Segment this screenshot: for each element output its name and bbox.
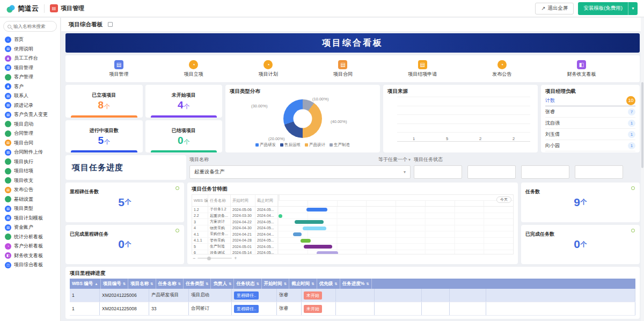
sidebar-item[interactable]: ▤ 使用说明 [0, 45, 60, 54]
sidebar-item[interactable]: ▤ 合同附件上传 [0, 148, 60, 157]
sidebar-item[interactable]: 项目收支 [0, 176, 60, 186]
table-column-header[interactable]: 截止时间⇅ [289, 279, 317, 289]
quick-link[interactable]: ◔ 项目立项 [184, 60, 203, 78]
table-column-header[interactable]: 任务进度%⇅ [340, 279, 372, 289]
sidebar-item[interactable]: ▤ 项目类型 [0, 204, 60, 214]
fullscreen-icon[interactable] [108, 22, 113, 27]
gantt-col-header[interactable]: 截止时间 [255, 195, 278, 206]
status-filter-button[interactable] [414, 165, 462, 179]
install-template-split-button[interactable]: 安装模板(免费用) ▾ [578, 2, 638, 15]
gantt-row[interactable]: 4 物资采购 2024-04-30 2024-05... [192, 225, 513, 232]
zoom-in-icon[interactable]: + [234, 256, 237, 261]
quick-link[interactable]: ▤ 项目结项申请 [408, 60, 437, 78]
search-input[interactable] [13, 24, 53, 29]
install-template-button[interactable]: 安装模板(免费用) [578, 2, 628, 15]
table-column-header[interactable]: 任务名称⇅ [156, 279, 184, 289]
gantt-bar[interactable] [306, 208, 327, 211]
gantt-row[interactable]: 3 方案设计 2024-04-22 2024-05... [192, 219, 513, 225]
sidebar-search[interactable] [3, 21, 57, 32]
sort-icon[interactable]: ⇅ [178, 282, 181, 286]
gantt-row[interactable]: 6 设备调试 2024-05-14 2024-05... [192, 250, 513, 254]
tab-dashboard[interactable]: 项目综合看板 [69, 21, 103, 28]
status-filter-button[interactable] [467, 165, 516, 179]
gantt-row[interactable]: 2.2 起重设备... 2024-03-30 2024-04... [192, 213, 513, 220]
sidebar-item[interactable]: ◧ 财务收支看板 [0, 251, 60, 261]
slider-knob[interactable] [207, 257, 211, 260]
sort-icon[interactable]: ▲ [94, 282, 98, 286]
sidebar-item[interactable]: 项目结项 [0, 166, 60, 176]
sort-icon[interactable]: ⇅ [334, 282, 337, 286]
sidebar-item[interactable]: ▤ 客户负责人变更 [0, 110, 60, 120]
gantt-col-header[interactable]: 开始时间 [231, 195, 255, 206]
jiandaoyun-logo[interactable]: 简道云 [6, 4, 39, 13]
sidebar-item[interactable]: ♟ 员工工作台 [0, 54, 60, 63]
table-row[interactable]: 1 XM20241225008 33 合同签订 里程碑任.. 张睿 未开始 [70, 302, 635, 316]
sidebar-item[interactable]: ⌂ 首页 [0, 35, 60, 45]
sidebar-item[interactable]: 统计分析看板 [0, 232, 60, 242]
sidebar-item[interactable]: 基础设置 [0, 195, 60, 205]
gantt-bar[interactable] [317, 251, 338, 254]
manager-row[interactable]: 张睿 7 [545, 106, 635, 118]
sidebar-item[interactable]: 项目启动 [0, 120, 60, 129]
quick-link[interactable]: ◧ 财务收支看板 [567, 60, 596, 78]
operator-dropdown[interactable]: 等于任意一个▾ [378, 156, 411, 163]
gantt-row[interactable]: 4.1 采购任务... 2024-04-21 2024-04... [192, 231, 513, 238]
install-template-caret[interactable]: ▾ [628, 2, 638, 15]
sort-icon[interactable]: ⇅ [256, 282, 259, 286]
gantt-col-header[interactable]: WBS 编号 [192, 195, 208, 206]
zoom-out-icon[interactable]: − [193, 256, 195, 261]
status-filter-button[interactable] [575, 165, 623, 179]
sidebar-item[interactable]: ▤ 项目计划模板 [0, 214, 60, 223]
scrollbar-thumb[interactable] [641, 82, 643, 168]
sort-icon[interactable]: ⇅ [150, 282, 153, 286]
manager-row[interactable]: 刘玉倩 1 [545, 129, 635, 140]
gantt-bar[interactable] [295, 220, 324, 224]
gantt-bar[interactable] [303, 227, 326, 230]
table-column-header[interactable]: 开始时间⇅ [262, 279, 289, 289]
gantt-zoom-slider[interactable] [197, 258, 232, 259]
gantt-bar[interactable] [293, 232, 301, 236]
today-button[interactable]: 今天 [496, 196, 511, 203]
sidebar-item[interactable]: ▤ 项目管理 [0, 63, 60, 73]
sort-icon[interactable]: ⇅ [206, 282, 208, 286]
table-row[interactable]: 1 XM20241225006 产品研发项目 项目启动 里程碑任.. 张睿 未开… [70, 289, 635, 302]
gantt-bar[interactable] [304, 245, 332, 249]
quick-link[interactable]: ◔ 发布公告 [492, 60, 511, 78]
sidebar-item[interactable]: ▤ 跟进记录 [0, 101, 60, 111]
table-column-header[interactable]: 任务类型⇅ [184, 279, 211, 289]
sort-icon[interactable]: ⇅ [284, 282, 287, 286]
sort-icon[interactable]: ⇅ [311, 282, 314, 286]
sort-icon[interactable]: ⇅ [229, 282, 231, 286]
table-column-header[interactable]: 优先级⇅ [317, 279, 340, 289]
table-column-header[interactable]: WBS 编号▲ [70, 279, 101, 289]
sidebar-item[interactable]: ◫ 项目综合看板 [0, 260, 60, 270]
gantt-row[interactable]: 1.2 子任务1.2 2024-05-06 2024-05... [192, 207, 513, 213]
table-column-header[interactable]: 任务状态⇅ [234, 279, 261, 289]
sidebar-item[interactable]: ♟ 客户 [0, 82, 60, 92]
sidebar-item[interactable]: 客户管理 [0, 72, 60, 82]
gantt-row[interactable]: 5 生产制造 2024-05-01 2024-05... [192, 244, 513, 250]
table-column-header[interactable]: 项目名称⇅ [128, 279, 156, 289]
sidebar-item[interactable]: ▤ 发布公告 [0, 185, 60, 195]
project-name-select[interactable]: 起重设备生产 ▾ [189, 165, 411, 179]
quick-link[interactable]: ◔ 项目计划 [259, 60, 278, 78]
sidebar-item[interactable]: 项目执行 [0, 157, 60, 167]
sort-icon[interactable]: ⇅ [123, 282, 126, 286]
sidebar-item[interactable]: ▤ 项目合同 [0, 138, 60, 148]
gantt-col-header[interactable]: 任务名称 [208, 195, 231, 206]
exit-fullscreen-button[interactable]: ↗ 退出全屏 [535, 3, 574, 14]
sort-icon[interactable]: ⇅ [366, 282, 369, 286]
manager-row[interactable]: 沈自强 1 [545, 118, 635, 129]
gantt-row[interactable]: 4.1.1 零件采购 2024-04-28 2024-05... [192, 238, 513, 244]
quick-link[interactable]: ▤ 项目管理 [109, 60, 129, 78]
sidebar-item[interactable]: ▤ 资金账户 [0, 223, 60, 232]
manager-row[interactable]: 向小园 1 [545, 140, 635, 151]
gantt-bar[interactable] [279, 214, 282, 218]
manager-load-header-row[interactable]: 计数 10 [545, 95, 635, 106]
sidebar-item[interactable]: ▤ 联系人 [0, 91, 60, 101]
sidebar-item[interactable]: 合同管理 [0, 129, 60, 138]
quick-link[interactable]: ▤ 项目合同 [333, 60, 353, 78]
table-column-header[interactable]: 项目编号⇅ [101, 279, 128, 289]
status-filter-button[interactable] [521, 165, 569, 179]
gantt-bar[interactable] [301, 239, 311, 243]
